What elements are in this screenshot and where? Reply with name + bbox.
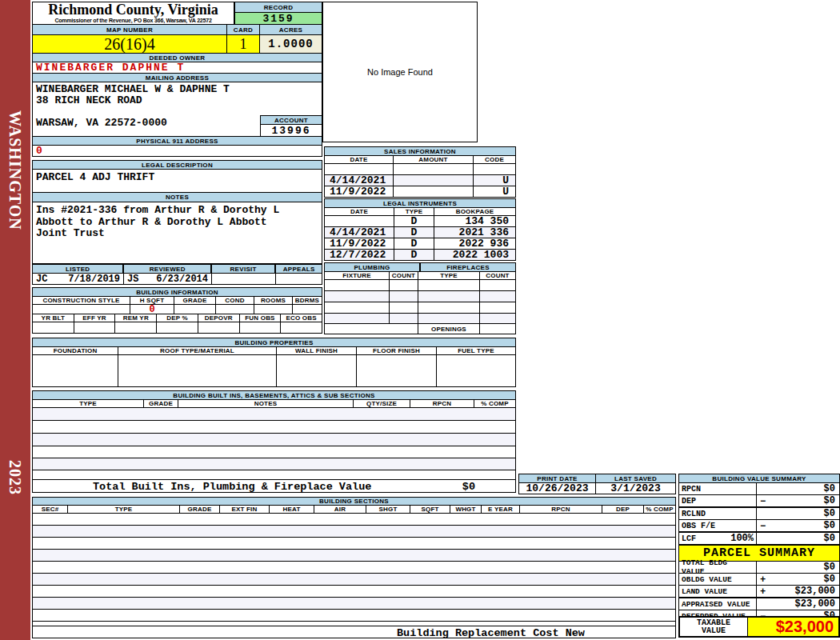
listed-value: JC 7/18/2019 — [33, 274, 124, 284]
fireplace-count-cell — [480, 314, 515, 323]
fireplace-type-cell — [418, 291, 480, 302]
fixture-count-cell — [390, 314, 418, 323]
sales-code: U — [474, 186, 515, 197]
grade-header: GRADE — [180, 506, 220, 513]
taxable-value-label: TAXABLE VALUE — [680, 618, 748, 636]
wall-finish-value — [277, 355, 357, 386]
fixture-header: FIXTURE — [325, 272, 390, 279]
built-ins-total-value: $0 — [462, 481, 475, 493]
sales-amount — [394, 175, 474, 186]
plumbing-fireplaces-row — [324, 279, 516, 291]
instrument-type: D — [394, 227, 434, 238]
appraised-value: $23,000 — [795, 598, 835, 610]
table-row — [33, 562, 675, 574]
built-ins-total-row: Total Built Ins, Plumbing & Fireplace Va… — [32, 479, 516, 493]
instrument-date: 11/9/2022 — [325, 238, 394, 249]
heat-header: HEAT — [270, 506, 314, 513]
acres-header: ACRES — [259, 24, 322, 35]
rpcn-header: RPCN — [520, 506, 602, 513]
bdrms-value — [293, 305, 322, 314]
mailing-line: 38 RICH NECK ROAD — [36, 95, 318, 106]
dep-label: DEP — [682, 497, 696, 506]
op: + — [760, 574, 766, 586]
bdrms-header: BDRMS — [293, 297, 322, 304]
foundation-header: FOUNDATION — [33, 347, 118, 354]
summary-row: LCF100% $0 — [678, 531, 840, 545]
openings-count-cell — [480, 324, 515, 334]
sales-row — [324, 163, 516, 175]
fixture-count-cell — [390, 291, 418, 302]
floor-finish-value — [357, 355, 437, 386]
reviewed-date: 6/23/2014 — [156, 274, 208, 284]
instrument-type-header: TYPE — [394, 208, 434, 215]
air-header: AIR — [314, 506, 366, 513]
card-field[interactable]: 1 — [226, 34, 260, 54]
total-bldg-value: $0 — [824, 562, 835, 573]
table-row — [33, 446, 515, 458]
obldg-value: $0 — [824, 574, 835, 585]
sales-row: 4/14/2021 U — [324, 174, 516, 186]
builtin-grade-header: GRADE — [144, 400, 178, 407]
land-value: $23,000 — [795, 586, 835, 597]
grade-value — [174, 305, 216, 314]
sec-header: SEC# — [33, 506, 68, 513]
builtin-rpcn-header: RPCN — [410, 400, 474, 407]
notes-line: Ins #2021-336 from Arthur R & Dorothy L — [36, 205, 318, 217]
rooms-value — [254, 305, 293, 314]
built-ins-empty-rows — [32, 407, 516, 480]
print-date-value: 10/26/2023 — [518, 482, 596, 494]
depovr-value — [198, 322, 240, 333]
instrument-row: 4/14/2021 D 2021 336 — [324, 226, 516, 238]
instrument-bookpage-header: BOOKPAGE — [434, 208, 515, 215]
table-row — [33, 550, 675, 562]
account-field[interactable]: 13996 — [260, 124, 322, 137]
roof-type-value — [118, 355, 277, 386]
record-value-field[interactable]: 3159 — [234, 12, 322, 25]
grade-header: GRADE — [174, 297, 216, 304]
fixture-cell — [325, 280, 390, 290]
eff-yr-header: EFF YR — [74, 314, 116, 322]
sales-code — [474, 164, 515, 174]
fireplace-count-cell — [480, 302, 515, 313]
op: + — [760, 586, 766, 598]
fireplace-type-cell — [418, 314, 480, 323]
building-value-summary-table: RPCN $0 DEP −$0 RCLND $0 OBS F/E −$0 LCF… — [678, 482, 840, 545]
hsqft-value: 0 — [130, 305, 174, 314]
fireplace-count-header: COUNT — [480, 272, 515, 279]
taxable-value-row: TAXABLE VALUE $23,000 — [678, 616, 840, 638]
eco-obs-value — [281, 322, 322, 333]
fixture-cell — [325, 302, 390, 313]
acres-field[interactable]: 1.0000 — [259, 34, 322, 54]
lcf-pct: 100% — [730, 533, 754, 544]
map-number-field[interactable]: 26(16)4 — [32, 34, 227, 54]
rpcn-label: RPCN — [682, 485, 701, 494]
summary-row: APPRAISED VALUE $23,000 — [678, 597, 840, 610]
builtin-qty-header: QTY/SIZE — [354, 400, 410, 407]
summary-row: RPCN $0 — [678, 482, 840, 495]
building-replacement-label: Building Replacement Cost New — [397, 627, 585, 639]
dep-value: $0 — [824, 495, 835, 506]
obldg-label: OBLDG VALUE — [682, 575, 732, 584]
listed-date: 7/18/2019 — [68, 274, 120, 284]
construction-style-header: CONSTRUCTION STYLE — [33, 297, 130, 304]
rem-yr-header: REM YR — [115, 314, 157, 322]
deeded-owner-value: WINEBARGER DAPHNE T — [32, 62, 322, 74]
dep-header: DEP — [602, 506, 644, 513]
instrument-date-header: DATE — [325, 208, 394, 215]
fireplace-count-cell — [480, 291, 515, 302]
sales-date: 11/9/2022 — [325, 186, 394, 197]
instrument-type: D — [394, 250, 434, 260]
last-saved-value: 3/1/2023 — [595, 482, 676, 494]
map-number-header: MAP NUMBER — [32, 24, 227, 35]
obs-fe-label: OBS F/E — [682, 522, 715, 530]
card-header: CARD — [226, 24, 260, 35]
whgt-header: WHGT — [450, 506, 482, 513]
dep-pct-header: DEP % — [157, 314, 198, 322]
hsqft-header: H SQFT — [130, 297, 174, 304]
property-photo-placeholder[interactable]: No Image Found — [322, 2, 478, 142]
plumbing-bottom-cell — [325, 324, 418, 334]
land-label: LAND VALUE — [682, 587, 727, 596]
obs-fe-value: $0 — [824, 520, 835, 531]
appeals-value — [276, 274, 322, 284]
comp-header: % COMP — [644, 506, 675, 513]
